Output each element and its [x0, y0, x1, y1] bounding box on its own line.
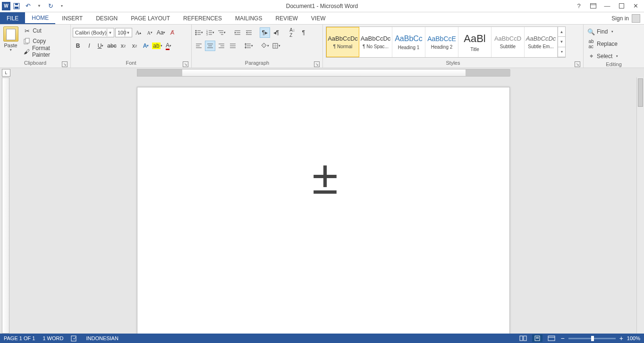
close-icon[interactable]: ✕ — [631, 1, 640, 11]
justify-button[interactable] — [228, 41, 238, 51]
change-case-button[interactable]: Aa▾ — [156, 27, 166, 38]
scrollbar-thumb[interactable] — [638, 78, 643, 107]
format-painter-button[interactable]: 🖌Format Painter — [21, 46, 68, 57]
window-title: Document1 - Microsoft Word — [286, 3, 358, 9]
underline-button[interactable]: U▾ — [95, 41, 106, 51]
styles-launcher-icon[interactable]: ↘ — [575, 61, 580, 67]
replace-icon: abac — [587, 40, 595, 48]
chevron-down-icon[interactable]: ▼ — [107, 29, 113, 36]
align-right-button[interactable] — [216, 41, 227, 51]
style-title[interactable]: AaBlTitle — [458, 27, 491, 57]
paste-dropdown-icon[interactable]: ▼ — [9, 48, 12, 51]
superscript-button[interactable]: x2 — [129, 41, 140, 51]
decrease-indent-button[interactable] — [232, 27, 243, 38]
grow-font-button[interactable]: A▴ — [133, 27, 144, 38]
save-icon[interactable] — [11, 1, 22, 11]
font-group-label: Font — [126, 60, 136, 66]
font-color-button[interactable]: A▾ — [163, 41, 174, 51]
find-button[interactable]: 🔍Find▾ — [585, 26, 615, 37]
font-launcher-icon[interactable]: ↘ — [183, 61, 188, 67]
borders-button[interactable]: ▾ — [271, 41, 281, 51]
svg-rect-2 — [15, 7, 18, 9]
tab-page-layout[interactable]: PAGE LAYOUT — [124, 12, 177, 24]
read-mode-icon[interactable] — [518, 334, 528, 342]
web-layout-icon[interactable] — [546, 334, 557, 342]
paragraph-launcher-icon[interactable]: ↘ — [314, 61, 320, 67]
redo-icon[interactable]: ↻ — [45, 1, 56, 11]
vertical-scrollbar[interactable] — [636, 77, 644, 334]
cut-button[interactable]: Cut — [21, 26, 68, 36]
style-heading-1[interactable]: AaBbCcHeading 1 — [392, 27, 425, 57]
increase-indent-button[interactable] — [244, 27, 254, 38]
print-layout-icon[interactable] — [532, 334, 542, 342]
text-effects-button[interactable]: A▾ — [141, 41, 151, 51]
svg-marker-48 — [245, 47, 246, 49]
zoom-in-button[interactable]: + — [619, 334, 623, 342]
zoom-handle[interactable] — [591, 336, 594, 341]
tab-design[interactable]: DESIGN — [89, 12, 124, 24]
show-hide-button[interactable]: ¶ — [298, 27, 309, 38]
status-proofing-icon[interactable] — [71, 335, 78, 342]
style-heading-2[interactable]: AaBbCcEHeading 2 — [425, 27, 458, 57]
style-normal[interactable]: AaBbCcDc¶ Normal — [326, 27, 359, 57]
svg-rect-54 — [524, 336, 526, 341]
ribbon-display-icon[interactable] — [588, 1, 598, 11]
undo-dropdown-icon[interactable]: ▼ — [34, 1, 44, 11]
document-page[interactable]: ± — [137, 87, 510, 334]
chevron-down-icon[interactable]: ▼ — [125, 29, 131, 36]
document-content[interactable]: ± — [312, 154, 338, 201]
align-left-button[interactable] — [194, 41, 204, 51]
tab-mailings[interactable]: MAILINGS — [229, 12, 269, 24]
signin-link[interactable]: Sign in — [611, 15, 629, 22]
qat-customize-icon[interactable]: ▾ — [57, 1, 67, 11]
avatar-icon[interactable] — [632, 14, 640, 23]
status-words[interactable]: 1 WORD — [42, 335, 63, 341]
numbering-button[interactable]: 123▾ — [205, 27, 215, 38]
paste-button[interactable]: Paste ▼ — [2, 26, 19, 51]
clear-formatting-button[interactable]: A̸ — [167, 27, 178, 38]
styles-more-icon[interactable]: ▾ — [558, 47, 565, 57]
status-language[interactable]: INDONESIAN — [86, 335, 118, 341]
help-icon[interactable]: ? — [574, 1, 584, 11]
tab-review[interactable]: REVIEW — [269, 12, 304, 24]
align-center-button[interactable] — [205, 41, 215, 51]
ltr-button[interactable]: ¶▸ — [260, 27, 270, 38]
zoom-slider[interactable] — [568, 338, 616, 339]
select-button[interactable]: ⌖Select▾ — [585, 51, 620, 61]
sort-button[interactable]: A↓Z — [287, 27, 297, 38]
styles-scroll-down-icon[interactable]: ▼ — [558, 37, 565, 47]
style-subtitle[interactable]: AaBbCcDSubtitle — [491, 27, 525, 57]
undo-icon[interactable]: ↶ — [23, 1, 33, 11]
line-spacing-button[interactable]: ▾ — [244, 41, 254, 51]
style-subtle-emphasis[interactable]: AaBbCcDcSubtle Em... — [525, 27, 558, 57]
bold-button[interactable]: B — [73, 41, 83, 51]
horizontal-ruler[interactable] — [137, 69, 510, 77]
tab-view[interactable]: VIEW — [305, 12, 332, 24]
tab-home[interactable]: HOME — [25, 12, 55, 24]
minimize-icon[interactable]: — — [602, 1, 612, 11]
font-name-combo[interactable]: Calibri (Body)▼ — [73, 28, 114, 37]
shading-button[interactable]: ▾ — [260, 41, 270, 51]
status-page[interactable]: PAGE 1 OF 1 — [4, 335, 35, 341]
font-size-combo[interactable]: 100▼ — [115, 28, 132, 37]
tab-insert[interactable]: INSERT — [55, 12, 89, 24]
highlight-button[interactable]: ab▾ — [152, 41, 162, 51]
tab-references[interactable]: REFERENCES — [177, 12, 229, 24]
multilevel-list-button[interactable]: ▾ — [216, 27, 227, 38]
rtl-button[interactable]: ◂¶ — [271, 27, 281, 38]
zoom-level[interactable]: 100% — [627, 335, 640, 341]
tab-file[interactable]: FILE — [0, 12, 25, 24]
bullets-button[interactable]: ▾ — [194, 27, 204, 38]
italic-button[interactable]: I — [84, 41, 94, 51]
shrink-font-button[interactable]: A▾ — [144, 27, 155, 38]
style-no-spacing[interactable]: AaBbCcDc¶ No Spac... — [359, 27, 392, 57]
strikethrough-button[interactable]: abc — [107, 41, 117, 51]
vertical-ruler[interactable] — [2, 77, 9, 334]
replace-button[interactable]: abacReplace — [585, 39, 619, 49]
clipboard-launcher-icon[interactable]: ↘ — [62, 61, 68, 67]
maximize-icon[interactable] — [617, 1, 626, 11]
tab-selector[interactable]: L — [2, 69, 10, 77]
styles-scroll-up-icon[interactable]: ▲ — [558, 27, 565, 37]
subscript-button[interactable]: x2 — [118, 41, 128, 51]
zoom-out-button[interactable]: − — [560, 334, 564, 342]
